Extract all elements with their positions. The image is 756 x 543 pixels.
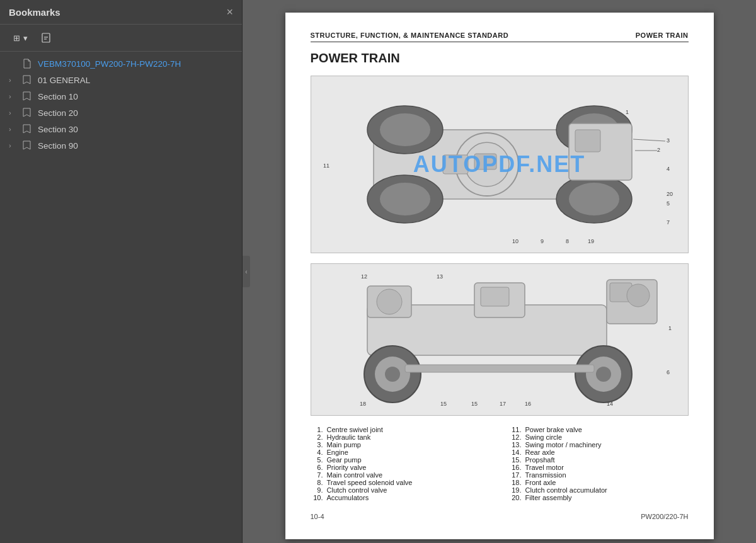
legend-num-11: 11.: [509, 426, 522, 433]
legend-item-19: 19. Clutch control accumulator: [509, 486, 689, 494]
legend-item-2: 2. Hydraulic tank: [311, 433, 490, 441]
svg-text:6: 6: [667, 369, 670, 375]
legend-item-6: 6. Priority valve: [311, 464, 490, 471]
sidebar-item-section30[interactable]: › Section 30: [0, 121, 242, 137]
svg-text:16: 16: [525, 401, 531, 407]
bookmark-tool-icon: [40, 32, 52, 43]
sidebar-header: Bookmarks ×: [0, 0, 242, 25]
general-chevron-icon: ›: [9, 76, 18, 84]
section10-bookmark-icon: [23, 91, 33, 101]
svg-rect-46: [405, 365, 594, 372]
file-bookmark-icon: [23, 59, 33, 69]
svg-text:14: 14: [607, 401, 613, 407]
sidebar-item-section30-label: Section 30: [38, 125, 78, 134]
svg-text:7: 7: [667, 219, 670, 226]
sidebar-item-section20-label: Section 20: [38, 108, 78, 118]
collapse-sidebar-button[interactable]: ‹: [243, 256, 250, 287]
header-right-text: POWER TRAIN: [636, 31, 689, 39]
legend-item-8: 8. Travel speed solenoid valve: [311, 479, 490, 486]
legend-item-14: 14. Rear axle: [509, 449, 689, 456]
top-diagram-image: 1 2 3 4 5 11 10 9 8 19 7 20: [311, 76, 688, 253]
sidebar-item-section90-label: Section 90: [38, 141, 78, 151]
legend-num-18: 18.: [509, 479, 522, 486]
legend-num-4: 4.: [311, 449, 323, 456]
bookmark-tool-button[interactable]: [36, 30, 56, 46]
sidebar-item-general-label: 01 GENERAL: [38, 76, 90, 85]
legend-num-13: 13.: [509, 441, 522, 449]
legend-text-15: Propshaft: [525, 456, 555, 464]
legend-num-2: 2.: [311, 433, 323, 441]
sidebar-item-section10[interactable]: › Section 10: [0, 88, 242, 105]
legend-text-13: Swing motor / machinery: [525, 441, 602, 449]
legend-num-12: 12.: [509, 433, 522, 441]
svg-text:20: 20: [667, 191, 673, 197]
section30-bookmark-icon: [23, 124, 33, 134]
section20-chevron-icon: ›: [9, 109, 18, 117]
section10-chevron-icon: ›: [9, 93, 18, 100]
section-title: POWER TRAIN: [311, 51, 689, 66]
legend-num-14: 14.: [509, 449, 522, 456]
layout-dropdown-arrow: ▾: [23, 33, 28, 43]
svg-point-43: [627, 284, 650, 307]
svg-text:11: 11: [323, 163, 329, 169]
legend-text-2: Hydraulic tank: [327, 433, 371, 441]
svg-rect-0: [42, 33, 50, 42]
legend-text-7: Main control valve: [327, 471, 383, 479]
legend-item-12: 12. Swing circle: [509, 433, 689, 441]
legend-item-20: 20. Filter assembly: [509, 494, 689, 501]
sidebar-item-file[interactable]: › VEBM370100_PW200-7H-PW220-7H: [0, 55, 242, 72]
sidebar-item-file-label: VEBM370100_PW200-7H-PW220-7H: [38, 59, 181, 69]
footer-page-number: 10-4: [311, 513, 324, 520]
legend-text-14: Rear axle: [525, 449, 555, 456]
svg-rect-58: [481, 287, 509, 306]
top-diagram: 1 2 3 4 5 11 10 9 8 19 7 20: [311, 76, 689, 253]
svg-text:19: 19: [588, 238, 594, 244]
sidebar-item-section10-label: Section 10: [38, 92, 78, 101]
layout-button[interactable]: ⊞ ▾: [6, 30, 32, 46]
legend-text-16: Travel motor: [525, 464, 564, 471]
main-content: STRUCTURE, FUNCTION, & MAINTENANCE STAND…: [243, 0, 756, 543]
svg-text:18: 18: [360, 401, 366, 407]
svg-text:13: 13: [437, 273, 443, 280]
sidebar-item-section90[interactable]: › Section 90: [0, 137, 242, 154]
legend-text-11: Power brake valve: [525, 426, 583, 433]
section90-chevron-icon: ›: [9, 142, 18, 149]
legend-num-16: 16.: [509, 464, 522, 471]
legend-col-right: 11. Power brake valve 12. Swing circle 1…: [509, 426, 689, 501]
legend-item-16: 16. Travel motor: [509, 464, 689, 471]
svg-text:5: 5: [667, 200, 670, 207]
svg-rect-16: [575, 130, 600, 152]
layout-icon: ⊞: [11, 32, 22, 43]
footer-doc-code: PW200/220-7H: [641, 513, 688, 520]
legend-text-10: Accumulators: [327, 494, 369, 501]
section90-bookmark-icon: [23, 140, 33, 151]
legend-col-left: 1. Centre swivel joint 2. Hydraulic tank…: [311, 426, 490, 501]
svg-point-8: [380, 183, 430, 215]
general-bookmark-icon: [23, 75, 33, 85]
svg-text:4: 4: [667, 166, 670, 172]
bottom-diagram-image: 12 13 14 15 17 16 15 18 6 1: [311, 264, 688, 415]
legend-text-1: Centre swivel joint: [327, 426, 383, 433]
svg-text:3: 3: [667, 137, 670, 144]
sidebar-item-section20[interactable]: › Section 20: [0, 105, 242, 121]
sidebar-item-general[interactable]: › 01 GENERAL: [0, 72, 242, 88]
svg-text:1: 1: [668, 325, 672, 331]
legend-text-12: Swing circle: [525, 433, 563, 441]
legend-text-20: Filter assembly: [525, 494, 572, 501]
sidebar-toolbar: ⊞ ▾: [0, 25, 242, 52]
legend-num-5: 5.: [311, 456, 323, 464]
legend-text-17: Transmission: [525, 471, 566, 479]
legend-num-6: 6.: [311, 464, 323, 471]
legend-text-18: Front axle: [525, 479, 556, 486]
legend-num-9: 9.: [311, 486, 323, 494]
legend-num-15: 15.: [509, 456, 522, 464]
bottom-diagram: 12 13 14 15 17 16 15 18 6 1: [311, 263, 689, 416]
legend-num-8: 8.: [311, 479, 323, 486]
sidebar-items: › VEBM370100_PW200-7H-PW220-7H › 01: [0, 52, 242, 543]
legend-item-4: 4. Engine: [311, 449, 490, 456]
legend-item-1: 1. Centre swivel joint: [311, 426, 490, 433]
legend-item-15: 15. Propshaft: [509, 456, 689, 464]
close-button[interactable]: ×: [226, 6, 233, 18]
svg-point-45: [377, 289, 402, 314]
svg-text:8: 8: [566, 238, 569, 244]
